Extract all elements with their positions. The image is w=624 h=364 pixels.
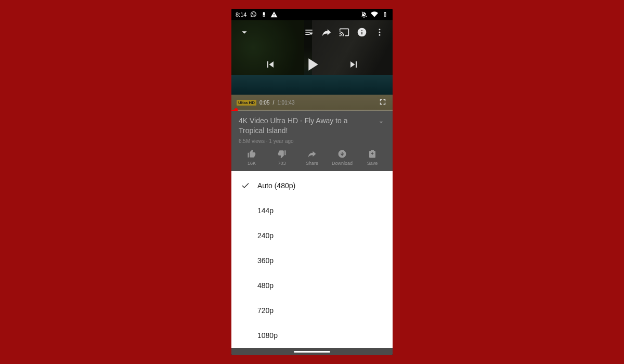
quality-label: 240p: [257, 231, 274, 240]
quality-label: 1080p: [257, 331, 278, 340]
whatsapp-icon: [250, 11, 257, 18]
info-button[interactable]: [353, 23, 371, 41]
quality-option[interactable]: 144p: [231, 198, 393, 223]
dislike-count: 703: [278, 161, 285, 166]
add-to-queue-button[interactable]: [300, 23, 318, 41]
time-sep: /: [272, 100, 274, 106]
time-duration: 1:01:43: [277, 100, 294, 106]
share-top-button[interactable]: [318, 23, 335, 41]
share-button[interactable]: Share: [297, 149, 327, 166]
gesture-nav-bar[interactable]: [231, 348, 393, 355]
quality-option[interactable]: 480p: [231, 273, 393, 298]
progress-bar[interactable]: [231, 110, 393, 111]
ultra-hd-badge: Ultra HD: [237, 100, 256, 106]
save-button[interactable]: Save: [357, 149, 387, 166]
video-player[interactable]: Ultra HD 0:05 / 1:01:43: [231, 20, 393, 111]
like-count: 16K: [248, 161, 256, 166]
quality-label: 720p: [257, 306, 274, 315]
download-label: Download: [332, 161, 353, 166]
status-bar: 8:14: [231, 9, 393, 20]
quality-label: 144p: [257, 206, 274, 215]
quality-label: 480p: [257, 281, 274, 290]
battery-icon: [381, 11, 388, 18]
status-time: 8:14: [236, 11, 246, 18]
collapse-button[interactable]: [236, 23, 253, 41]
time-elapsed: 0:05: [259, 100, 269, 106]
previous-button[interactable]: [264, 58, 277, 73]
quality-label: Auto (480p): [257, 181, 295, 190]
phone-frame: 8:14: [231, 9, 393, 355]
check-icon: [241, 181, 257, 190]
play-button[interactable]: [302, 54, 322, 77]
action-row: 16K 703 Share Download Save: [231, 145, 393, 171]
fullscreen-button[interactable]: [378, 97, 387, 108]
download-button[interactable]: Download: [327, 149, 357, 166]
like-button[interactable]: 16K: [237, 149, 267, 166]
wifi-icon: [371, 11, 378, 18]
quality-option[interactable]: Auto (480p): [231, 173, 393, 198]
nav-handle-icon: [294, 351, 330, 353]
more-options-button[interactable]: [371, 23, 388, 41]
warning-icon: [270, 11, 278, 18]
quality-label: 360p: [257, 256, 274, 265]
cast-button[interactable]: [335, 23, 353, 41]
quality-sheet: Auto (480p)144p240p360p480p720p1080p: [231, 171, 393, 348]
video-info-panel: 4K Video Ultra HD - Fly Away to a Tropic…: [231, 111, 393, 145]
quality-option[interactable]: 720p: [231, 298, 393, 323]
next-button[interactable]: [347, 58, 360, 73]
quality-option[interactable]: 1080p: [231, 323, 393, 348]
quality-option[interactable]: 360p: [231, 248, 393, 273]
video-title[interactable]: 4K Video Ultra HD - Fly Away to a Tropic…: [239, 116, 358, 136]
expand-description-button[interactable]: [377, 118, 385, 128]
battery-small-icon: [260, 11, 267, 18]
quality-option[interactable]: 240p: [231, 223, 393, 248]
share-label: Share: [306, 161, 318, 166]
save-label: Save: [367, 161, 378, 166]
dnd-icon: [360, 11, 368, 18]
dislike-button[interactable]: 703: [267, 149, 297, 166]
video-meta: 6.5M views · 1 year ago: [239, 138, 385, 144]
